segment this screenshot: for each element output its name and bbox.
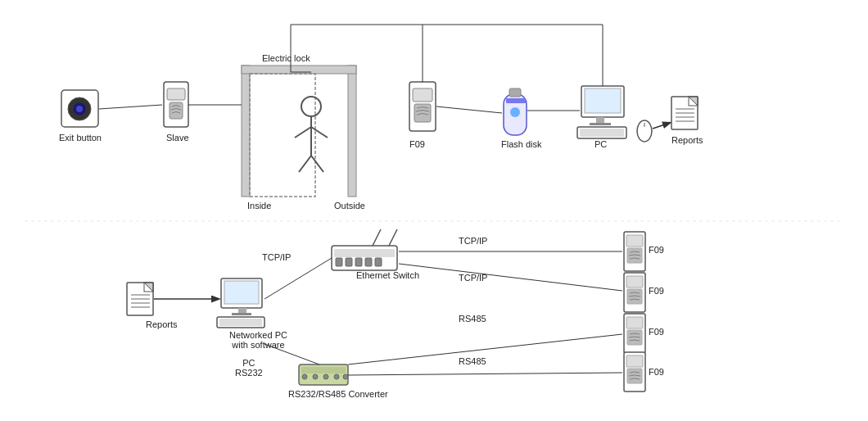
svg-point-67	[323, 374, 328, 379]
svg-line-96	[348, 373, 622, 375]
svg-point-66	[313, 374, 318, 379]
svg-point-69	[343, 374, 348, 379]
svg-rect-64	[301, 367, 346, 373]
svg-rect-86	[626, 317, 643, 328]
svg-line-7	[311, 127, 328, 138]
rs485-1-label: RS485	[459, 314, 486, 324]
svg-line-77	[373, 229, 381, 246]
svg-rect-72	[336, 258, 342, 266]
f09-4-label: F09	[649, 367, 664, 377]
networked-pc-label: Networked PCwith software	[229, 330, 287, 350]
slave-label: Slave	[166, 133, 189, 143]
pc-rs232-label: PCRS232	[235, 358, 263, 378]
svg-rect-16	[167, 88, 185, 100]
svg-rect-71	[334, 249, 395, 257]
tcpip-2-label: TCP/IP	[459, 273, 487, 283]
svg-point-68	[334, 374, 339, 379]
svg-rect-22	[509, 88, 521, 97]
svg-rect-27	[596, 117, 604, 124]
svg-rect-57	[224, 281, 259, 304]
svg-rect-0	[242, 66, 250, 197]
f09-1-label: F09	[649, 245, 664, 255]
pc-top-label: PC	[594, 139, 607, 149]
svg-rect-76	[375, 258, 382, 266]
svg-point-24	[510, 107, 520, 117]
tcpip-switch-label: TCP/IP	[262, 252, 291, 262]
svg-rect-80	[626, 235, 643, 247]
svg-line-41	[99, 105, 162, 109]
svg-rect-74	[355, 258, 362, 266]
svg-rect-73	[346, 258, 352, 266]
electric-lock-label: Electric lock	[262, 53, 310, 63]
svg-rect-75	[365, 258, 372, 266]
svg-rect-26	[585, 88, 621, 113]
svg-point-4	[301, 97, 321, 116]
svg-rect-28	[590, 123, 611, 125]
f09-2-label: F09	[649, 286, 664, 296]
flash-disk-label: Flash disk	[501, 139, 542, 149]
reports-top-label: Reports	[671, 135, 703, 145]
svg-rect-83	[626, 276, 643, 287]
diagram-container: Exit button Slave Inside Outside Electri…	[0, 0, 868, 421]
exit-button-label: Exit button	[59, 133, 102, 143]
svg-rect-89	[626, 355, 643, 367]
svg-line-33	[653, 123, 670, 129]
f09-3-label: F09	[649, 327, 664, 337]
svg-line-78	[389, 229, 397, 246]
svg-rect-61	[219, 319, 262, 326]
svg-rect-1	[348, 66, 356, 197]
rs232-converter-label: RS232/RS485 Converter	[288, 389, 388, 399]
svg-line-91	[264, 258, 332, 299]
svg-rect-23	[506, 98, 526, 103]
outside-label: Outside	[334, 201, 365, 210]
rs485-2-label: RS485	[459, 356, 486, 366]
diagram-svg	[0, 0, 868, 421]
svg-line-6	[295, 127, 311, 138]
inside-label: Inside	[247, 201, 271, 210]
reports-bottom-label: Reports	[146, 319, 178, 329]
svg-point-65	[302, 374, 307, 379]
svg-rect-19	[413, 88, 432, 102]
ethernet-switch-label: Ethernet Switch	[356, 270, 419, 280]
svg-line-9	[311, 156, 323, 172]
svg-line-8	[299, 156, 311, 172]
svg-rect-59	[232, 313, 251, 315]
svg-rect-3	[250, 74, 315, 197]
svg-point-14	[76, 106, 83, 112]
svg-rect-58	[238, 308, 246, 314]
svg-line-43	[436, 106, 502, 113]
svg-rect-17	[170, 102, 183, 119]
svg-line-93	[399, 264, 622, 291]
svg-rect-30	[580, 129, 624, 137]
tcpip-1-label: TCP/IP	[459, 236, 487, 246]
f09-top-label: F09	[409, 139, 425, 149]
